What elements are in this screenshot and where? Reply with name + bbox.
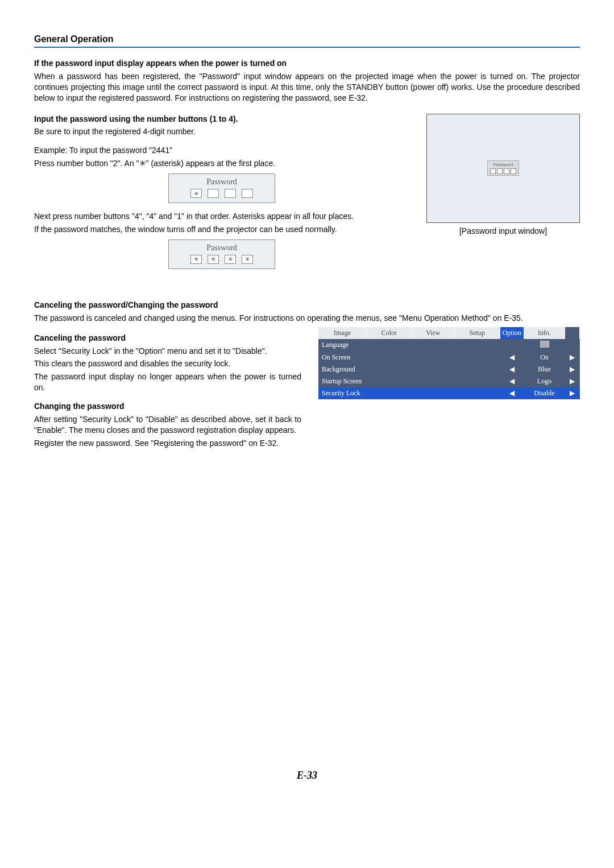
pw-box bbox=[504, 168, 509, 174]
left-arrow-icon: ◀ bbox=[500, 352, 524, 363]
left-arrow-icon: ◀ bbox=[500, 363, 524, 375]
password-input-window-figure: Password bbox=[426, 114, 580, 223]
enter-icon bbox=[540, 341, 549, 348]
password-dialog-one-star: Password ✳ bbox=[168, 173, 275, 203]
paragraph: If the password matches, the window turn… bbox=[34, 224, 409, 235]
paragraph: When a password has been registered, the… bbox=[34, 71, 580, 104]
section-rule bbox=[34, 47, 580, 48]
menu-tab-image: Image bbox=[318, 327, 366, 339]
pw-box: ✳ bbox=[242, 255, 253, 264]
menu-row-value: Disable bbox=[524, 387, 565, 399]
paragraph: The password is canceled and changed usi… bbox=[34, 313, 580, 324]
pw-box: ✳ bbox=[225, 255, 236, 264]
menu-tab-color: Color bbox=[366, 327, 412, 339]
paragraph: Be sure to input the registered 4-digit … bbox=[34, 126, 409, 137]
menu-row-value: On bbox=[524, 352, 565, 363]
pw-box: ✳ bbox=[190, 189, 202, 198]
right-arrow-icon: ▶ bbox=[565, 363, 580, 375]
pw-box: ✳ bbox=[208, 255, 219, 264]
password-label: Password bbox=[173, 243, 270, 253]
right-arrow-icon: ▶ bbox=[565, 387, 580, 399]
pw-box bbox=[225, 189, 236, 198]
paragraph: Register the new password. See "Register… bbox=[34, 438, 301, 449]
menu-tab-setup: Setup bbox=[454, 327, 500, 339]
paragraph: Press number button "2". An "✳" (asteris… bbox=[34, 158, 409, 169]
password-label-small: Password bbox=[493, 162, 513, 167]
paragraph: After setting "Security Lock" to "Disabl… bbox=[34, 414, 301, 436]
left-arrow-icon: ◀ bbox=[500, 375, 524, 387]
menu-tab-view: View bbox=[412, 327, 454, 339]
heading-cancel-change: Canceling the password/Changing the pass… bbox=[34, 300, 580, 311]
heading-input-pw: Input the password using the number butt… bbox=[34, 114, 409, 125]
page-number: E-33 bbox=[34, 770, 580, 782]
heading-cancel: Canceling the password bbox=[34, 333, 301, 344]
heading-change: Changing the password bbox=[34, 401, 301, 412]
pw-box bbox=[242, 189, 253, 198]
menu-tab-info: Info. bbox=[524, 327, 565, 339]
option-menu-figure: Image Color View Setup Option Info. Lang… bbox=[318, 327, 580, 399]
menu-row-label: On Screen bbox=[318, 352, 500, 363]
paragraph: Example: To input the password "2441" bbox=[34, 145, 409, 156]
menu-row-label: Startup Screen bbox=[318, 375, 500, 387]
pw-box bbox=[490, 168, 496, 174]
paragraph: Select "Security Lock" in the "Option" m… bbox=[34, 346, 301, 357]
paragraph: The password input display no longer app… bbox=[34, 371, 301, 393]
menu-row-label: Background bbox=[318, 363, 500, 375]
password-label: Password bbox=[173, 177, 270, 187]
right-arrow-icon: ▶ bbox=[565, 375, 580, 387]
pw-box bbox=[511, 168, 516, 174]
menu-row-label: Security Lock bbox=[318, 387, 500, 399]
pw-box: ✳ bbox=[190, 255, 202, 264]
section-title: General Operation bbox=[34, 34, 580, 44]
pw-box bbox=[208, 189, 219, 198]
menu-row-value: Blue bbox=[524, 363, 565, 375]
figure-caption: [Password input window] bbox=[426, 226, 580, 235]
right-arrow-icon: ▶ bbox=[565, 352, 580, 363]
password-dialog-four-stars: Password ✳ ✳ ✳ ✳ bbox=[168, 239, 275, 269]
left-arrow-icon: ◀ bbox=[500, 387, 524, 399]
paragraph: This clears the password and disables th… bbox=[34, 358, 301, 369]
paragraph: Next press number buttons "4", "4" and "… bbox=[34, 211, 409, 222]
menu-row-label: Language bbox=[318, 339, 500, 352]
heading-pw-appears: If the password input display appears wh… bbox=[34, 58, 580, 69]
menu-tab-option: Option bbox=[500, 327, 524, 339]
menu-row-value: Logo bbox=[524, 375, 565, 387]
pw-box bbox=[497, 168, 503, 174]
